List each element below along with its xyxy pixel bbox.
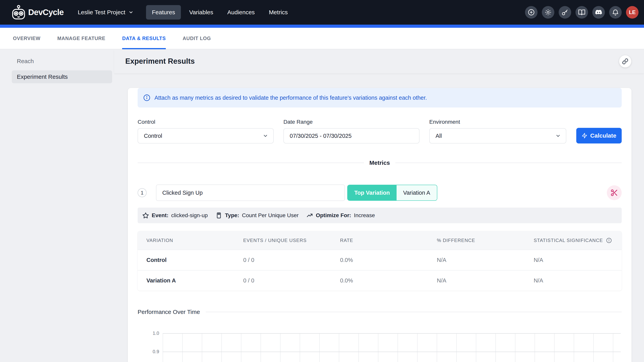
row-rate: 0.0% bbox=[331, 271, 428, 291]
sidebar-item-experiment-results[interactable]: Experiment Results bbox=[12, 70, 112, 83]
date-range-input[interactable] bbox=[290, 133, 413, 139]
primary-nav: Features Variables Audiences Metrics bbox=[146, 5, 294, 19]
row-events: 0 / 0 bbox=[234, 271, 332, 291]
divider-line bbox=[396, 163, 622, 163]
type-label: Type: bbox=[225, 212, 239, 218]
experiment-results-card: Attach as many metrics as desired to val… bbox=[128, 88, 632, 362]
row-variation-name: Variation A bbox=[138, 271, 234, 291]
chevron-down-icon bbox=[128, 10, 134, 15]
bell-icon bbox=[612, 8, 619, 16]
date-range-label: Date Range bbox=[284, 119, 420, 125]
book-icon bbox=[578, 8, 586, 16]
col-difference: % DIFFERENCE bbox=[428, 231, 525, 250]
table-header-row: VARIATION EVENTS / UNIQUE USERS RATE % D… bbox=[138, 231, 622, 250]
api-keys-button[interactable] bbox=[559, 6, 571, 18]
tab-manage-feature[interactable]: MANAGE FEATURE bbox=[57, 28, 105, 49]
results-sidebar: Reach Experiment Results bbox=[0, 49, 114, 362]
optimize-value: Increase bbox=[354, 212, 375, 218]
devcycle-robot-icon bbox=[12, 5, 26, 20]
filters-row: Control Control Date Range bbox=[138, 119, 622, 144]
row-rate: 0.0% bbox=[331, 250, 428, 270]
page-title: Experiment Results bbox=[125, 57, 195, 65]
docs-button[interactable] bbox=[576, 6, 588, 18]
devcycle-logo[interactable]: DevCycle bbox=[12, 5, 64, 20]
control-filter: Control Control bbox=[138, 119, 274, 144]
y-axis-tick: 0.9 bbox=[140, 349, 159, 354]
optimize-label: Optimize For: bbox=[316, 212, 351, 218]
type-value: Count Per Unique User bbox=[242, 212, 298, 218]
page-header: Experiment Results bbox=[114, 49, 644, 73]
performance-section-header: Performance Over Time bbox=[138, 309, 622, 315]
content-area: Reach Experiment Results Experiment Resu… bbox=[0, 49, 644, 362]
row-significance: N/A bbox=[525, 271, 622, 291]
metrics-divider-label: Metrics bbox=[369, 160, 390, 166]
results-table: VARIATION EVENTS / UNIQUE USERS RATE % D… bbox=[138, 231, 622, 291]
plus-circle-icon bbox=[528, 8, 535, 16]
feature-tabbar: OVERVIEW MANAGE FEATURE DATA & RESULTS A… bbox=[0, 28, 644, 49]
project-selector[interactable]: Leslie Test Project bbox=[78, 9, 134, 16]
navbar-actions: LE bbox=[525, 6, 638, 18]
info-icon[interactable] bbox=[606, 237, 612, 243]
nav-item-metrics[interactable]: Metrics bbox=[263, 5, 294, 19]
gear-icon bbox=[544, 8, 552, 16]
key-icon bbox=[561, 8, 569, 16]
nav-item-variables[interactable]: Variables bbox=[183, 5, 219, 19]
col-events-unique-users: EVENTS / UNIQUE USERS bbox=[234, 231, 332, 250]
environment-select[interactable]: All bbox=[429, 128, 566, 144]
col-variation: VARIATION bbox=[138, 231, 234, 250]
chart-gridline-09 bbox=[163, 352, 621, 352]
date-range-input-wrap bbox=[284, 128, 420, 144]
toggle-top-variation[interactable]: Top Variation bbox=[348, 185, 396, 200]
col-statistical-significance-label: STATISTICAL SIGNIFICANCE bbox=[534, 238, 603, 243]
user-avatar[interactable]: LE bbox=[626, 6, 638, 18]
notifications-button[interactable] bbox=[609, 6, 622, 18]
nav-item-features[interactable]: Features bbox=[146, 5, 181, 19]
optimize-group: Optimize For: Increase bbox=[306, 212, 375, 219]
row-difference: N/A bbox=[428, 271, 525, 291]
calculate-button-label: Calculate bbox=[590, 132, 616, 139]
tab-overview[interactable]: OVERVIEW bbox=[13, 28, 40, 49]
metric-summary-bar: Event: clicked-sign-up Type: Count Per U… bbox=[138, 207, 622, 223]
event-label: Event: bbox=[152, 212, 168, 218]
metric-row: 1 Top Variation Variation A bbox=[138, 184, 622, 201]
app-window: DevCycle Leslie Test Project Features Va… bbox=[0, 0, 644, 362]
col-statistical-significance: STATISTICAL SIGNIFICANCE bbox=[525, 231, 622, 250]
project-selector-label: Leslie Test Project bbox=[78, 9, 125, 16]
control-label: Control bbox=[138, 119, 274, 125]
info-banner: Attach as many metrics as desired to val… bbox=[138, 88, 622, 108]
table-row: Variation A 0 / 0 0.0% N/A N/A bbox=[138, 270, 622, 291]
tab-audit-log[interactable]: AUDIT LOG bbox=[183, 28, 211, 49]
copy-link-button[interactable] bbox=[619, 55, 631, 67]
event-group: Event: clicked-sign-up bbox=[142, 212, 208, 219]
control-select[interactable]: Control bbox=[138, 128, 274, 144]
calculator-icon bbox=[216, 212, 222, 219]
divider-line bbox=[206, 312, 622, 312]
accent-bar bbox=[0, 25, 644, 28]
metric-name-input[interactable] bbox=[156, 184, 345, 201]
y-axis-tick: 1.0 bbox=[140, 331, 159, 336]
settings-button[interactable] bbox=[542, 6, 554, 18]
star-icon bbox=[142, 212, 149, 219]
nav-item-audiences[interactable]: Audiences bbox=[222, 5, 260, 19]
performance-chart: 1.0 0.9 bbox=[138, 333, 622, 362]
discord-button[interactable] bbox=[592, 6, 605, 18]
tab-data-results[interactable]: DATA & RESULTS bbox=[122, 28, 166, 49]
metric-index-badge: 1 bbox=[138, 188, 146, 197]
chart-gridline-1 bbox=[163, 333, 621, 334]
detach-metric-button[interactable] bbox=[607, 185, 622, 200]
performance-title: Performance Over Time bbox=[138, 309, 200, 315]
link-icon bbox=[622, 58, 628, 64]
divider-line bbox=[138, 163, 364, 163]
type-group: Type: Count Per Unique User bbox=[216, 212, 298, 219]
calculate-button[interactable]: Calculate bbox=[576, 128, 622, 144]
create-button[interactable] bbox=[525, 6, 538, 18]
toggle-variation-a[interactable]: Variation A bbox=[396, 185, 437, 200]
metrics-divider: Metrics bbox=[138, 160, 622, 166]
event-value: clicked-sign-up bbox=[171, 212, 208, 218]
row-events: 0 / 0 bbox=[234, 250, 332, 270]
info-banner-text: Attach as many metrics as desired to val… bbox=[154, 95, 427, 101]
col-rate: RATE bbox=[331, 231, 428, 250]
sidebar-item-reach[interactable]: Reach bbox=[12, 55, 112, 68]
top-navbar: DevCycle Leslie Test Project Features Va… bbox=[0, 0, 644, 25]
variation-toggle: Top Variation Variation A bbox=[347, 185, 437, 201]
